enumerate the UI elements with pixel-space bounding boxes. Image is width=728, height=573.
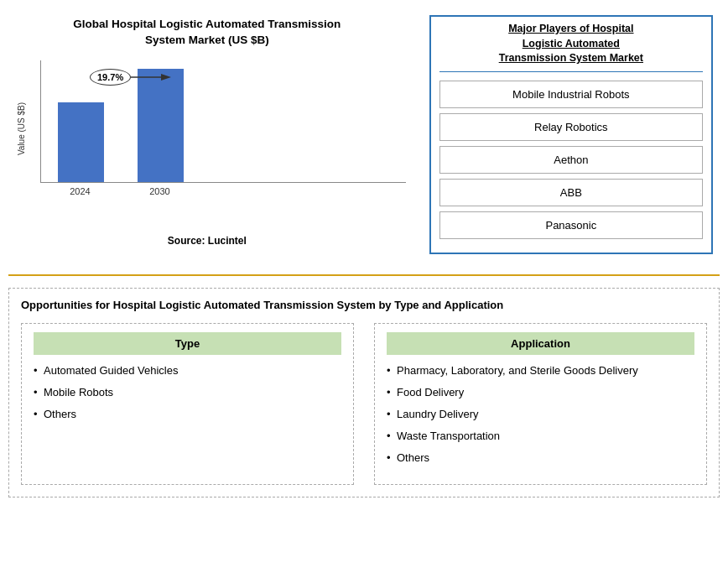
x-label-2030: 2030 bbox=[137, 186, 183, 196]
application-list: Pharmacy, Laboratory, and Sterile Goods … bbox=[387, 363, 694, 466]
application-item-text-1: Food Delivery bbox=[397, 386, 464, 398]
annotation-bubble: 19.7% bbox=[90, 69, 131, 86]
type-item-1: Mobile Robots bbox=[34, 385, 341, 400]
application-item-text-4: Others bbox=[397, 451, 429, 464]
application-header: Application bbox=[387, 332, 694, 355]
player-item-1: Relay Robotics bbox=[439, 113, 703, 141]
application-item-2: Laundry Delivery bbox=[387, 407, 694, 422]
application-item-text-0: Pharmacy, Laboratory, and Sterile Goods … bbox=[397, 364, 638, 377]
bar-group-2030 bbox=[138, 69, 184, 182]
svg-marker-1 bbox=[161, 74, 171, 81]
bar-2030 bbox=[138, 69, 184, 182]
application-column: Application Pharmacy, Laboratory, and St… bbox=[374, 323, 707, 486]
player-name-3: ABB bbox=[560, 186, 582, 199]
type-item-text-1: Mobile Robots bbox=[44, 386, 113, 398]
annotation-value: 19.7% bbox=[97, 72, 123, 82]
y-axis-label-wrap: Value (US $B) bbox=[10, 60, 34, 198]
top-section: Global Hospital Logistic Automated Trans… bbox=[8, 8, 720, 261]
divider bbox=[8, 274, 720, 276]
player-name-1: Relay Robotics bbox=[534, 121, 607, 133]
application-item-3: Waste Transportation bbox=[387, 429, 694, 444]
chart-title-line1: Global Hospital Logistic Automated Trans… bbox=[73, 18, 341, 30]
bars-area: 19.7% bbox=[40, 60, 406, 183]
columns-row: Type Automated Guided Vehicles Mobile Ro… bbox=[21, 323, 707, 486]
type-header: Type bbox=[34, 332, 341, 355]
bar-2024 bbox=[58, 102, 104, 182]
application-item-4: Others bbox=[387, 451, 694, 466]
application-item-text-3: Waste Transportation bbox=[397, 430, 500, 442]
players-area: Major Players of Hospital Logistic Autom… bbox=[423, 8, 720, 261]
player-item-2: Aethon bbox=[439, 146, 703, 174]
player-item-0: Mobile Industrial Robots bbox=[439, 81, 703, 108]
type-item-0: Automated Guided Vehicles bbox=[34, 363, 341, 378]
type-item-2: Others bbox=[34, 407, 341, 422]
annotation-container: 19.7% bbox=[90, 69, 171, 86]
players-title-line3: Transmission System Market bbox=[499, 52, 643, 64]
source-text: Source: Lucintel bbox=[8, 235, 406, 247]
annotation-arrow bbox=[131, 69, 171, 86]
application-item-0: Pharmacy, Laboratory, and Sterile Goods … bbox=[387, 363, 694, 378]
player-item-3: ABB bbox=[439, 179, 703, 206]
x-axis-labels: 2024 2030 bbox=[40, 186, 406, 196]
x-label-2024: 2024 bbox=[57, 186, 103, 196]
player-name-2: Aethon bbox=[554, 154, 588, 166]
type-item-text-2: Others bbox=[44, 408, 76, 420]
chart-area: Global Hospital Logistic Automated Trans… bbox=[8, 8, 414, 261]
players-title-line2: Logistic Automated bbox=[523, 38, 620, 49]
type-list: Automated Guided Vehicles Mobile Robots … bbox=[34, 363, 341, 423]
player-item-4: Panasonic bbox=[439, 211, 703, 239]
bar-group-2024 bbox=[58, 102, 104, 182]
chart-title-line2: System Market (US $B) bbox=[145, 34, 269, 46]
players-title: Major Players of Hospital Logistic Autom… bbox=[439, 22, 703, 72]
players-box: Major Players of Hospital Logistic Autom… bbox=[429, 15, 713, 254]
player-name-4: Panasonic bbox=[545, 219, 596, 232]
chart-title: Global Hospital Logistic Automated Trans… bbox=[8, 17, 406, 49]
bottom-section: Opportunities for Hospital Logistic Auto… bbox=[8, 288, 720, 498]
main-container: Global Hospital Logistic Automated Trans… bbox=[8, 8, 720, 497]
player-name-0: Mobile Industrial Robots bbox=[512, 88, 629, 101]
type-column: Type Automated Guided Vehicles Mobile Ro… bbox=[21, 323, 354, 486]
application-item-text-2: Laundry Delivery bbox=[397, 408, 479, 420]
type-item-text-0: Automated Guided Vehicles bbox=[44, 364, 178, 377]
y-axis-label: Value (US $B) bbox=[18, 102, 27, 155]
application-item-1: Food Delivery bbox=[387, 385, 694, 400]
opportunities-title: Opportunities for Hospital Logistic Auto… bbox=[21, 299, 707, 311]
players-title-line1: Major Players of Hospital bbox=[508, 23, 633, 34]
